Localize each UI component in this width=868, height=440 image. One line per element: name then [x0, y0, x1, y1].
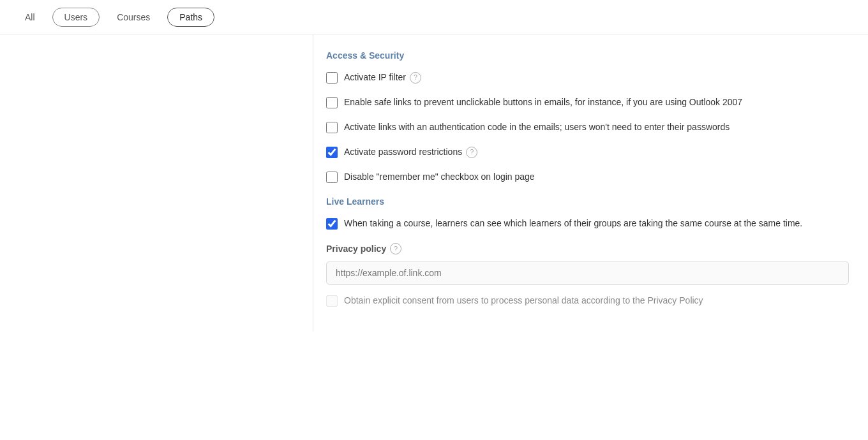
remember-me-checkbox[interactable]	[326, 172, 338, 183]
live-learners-title: Live Learners	[326, 196, 849, 207]
safe-links-checkbox[interactable]	[326, 97, 338, 108]
ip-filter-checkbox[interactable]	[326, 72, 338, 84]
access-security-title: Access & Security	[326, 50, 849, 61]
left-panel	[0, 35, 313, 332]
privacy-policy-help-icon[interactable]: ?	[390, 243, 401, 254]
live-learners-section: Live Learners When taking a course, lear…	[326, 196, 849, 230]
password-restrictions-checkbox[interactable]	[326, 147, 338, 158]
password-restrictions-help-icon[interactable]: ?	[466, 147, 477, 158]
checkbox-row-remember-me: Disable "remember me" checkbox on login …	[326, 170, 849, 184]
checkbox-row-explicit-consent: Obtain explicit consent from users to pr…	[326, 294, 849, 307]
auth-links-label: Activate links with an authentication co…	[344, 121, 849, 134]
remember-me-checkbox-wrapper[interactable]	[326, 172, 338, 183]
checkbox-row-password-restrictions: Activate password restrictions ?	[326, 145, 849, 159]
live-learners-checkbox[interactable]	[326, 218, 338, 230]
privacy-policy-section: Privacy policy ? Obtain explicit consent…	[326, 243, 849, 307]
password-restrictions-checkbox-wrapper[interactable]	[326, 147, 338, 158]
ip-filter-checkbox-wrapper[interactable]	[326, 72, 338, 84]
access-security-section: Access & Security Activate IP filter ? E…	[326, 50, 849, 184]
auth-links-checkbox-wrapper[interactable]	[326, 122, 338, 133]
content-area: Access & Security Activate IP filter ? E…	[0, 35, 868, 332]
live-learners-checkbox-wrapper[interactable]	[326, 218, 338, 230]
privacy-label-row: Privacy policy ?	[326, 243, 849, 254]
checkbox-row-live-learners: When taking a course, learners can see w…	[326, 217, 849, 230]
safe-links-checkbox-wrapper[interactable]	[326, 97, 338, 108]
tab-all[interactable]: All	[13, 8, 47, 27]
checkbox-row-ip-filter: Activate IP filter ?	[326, 71, 849, 84]
auth-links-checkbox[interactable]	[326, 122, 338, 133]
ip-filter-help-icon[interactable]: ?	[410, 72, 421, 84]
explicit-consent-label: Obtain explicit consent from users to pr…	[344, 294, 849, 307]
top-tabs-bar: All Users Courses Paths	[0, 0, 868, 35]
privacy-policy-title: Privacy policy	[326, 244, 386, 254]
privacy-policy-input[interactable]	[326, 261, 849, 285]
tab-courses[interactable]: Courses	[105, 8, 162, 27]
live-learners-label: When taking a course, learners can see w…	[344, 217, 849, 230]
remember-me-label: Disable "remember me" checkbox on login …	[344, 170, 849, 184]
password-restrictions-label: Activate password restrictions ?	[344, 145, 849, 159]
ip-filter-label: Activate IP filter ?	[344, 71, 849, 84]
tab-users[interactable]: Users	[52, 8, 100, 27]
tab-paths[interactable]: Paths	[167, 8, 214, 27]
explicit-consent-checkbox[interactable]	[326, 295, 338, 307]
right-panel: Access & Security Activate IP filter ? E…	[313, 35, 868, 332]
checkbox-row-safe-links: Enable safe links to prevent unclickable…	[326, 96, 849, 109]
explicit-consent-checkbox-wrapper[interactable]	[326, 295, 338, 307]
safe-links-label: Enable safe links to prevent unclickable…	[344, 96, 849, 109]
checkbox-row-auth-links: Activate links with an authentication co…	[326, 121, 849, 134]
